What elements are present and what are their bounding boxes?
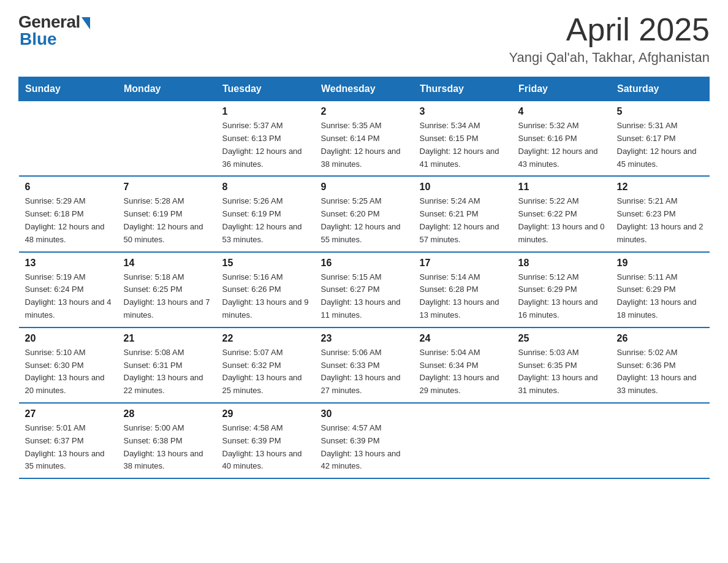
day-number: 30 xyxy=(321,408,408,419)
day-cell: 27Sunrise: 5:01 AMSunset: 6:37 PMDayligh… xyxy=(19,403,118,478)
day-info: Sunrise: 5:34 AMSunset: 6:15 PMDaylight:… xyxy=(420,120,506,170)
day-cell: 12Sunrise: 5:21 AMSunset: 6:23 PMDayligh… xyxy=(611,176,710,251)
day-number: 16 xyxy=(321,258,408,269)
day-info: Sunrise: 5:06 AMSunset: 6:33 PMDaylight:… xyxy=(321,347,408,397)
day-cell: 16Sunrise: 5:15 AMSunset: 6:27 PMDayligh… xyxy=(315,252,414,327)
day-cell: 20Sunrise: 5:10 AMSunset: 6:30 PMDayligh… xyxy=(19,327,118,403)
week-row-2: 6Sunrise: 5:29 AMSunset: 6:18 PMDaylight… xyxy=(19,176,710,251)
day-number: 25 xyxy=(518,333,605,344)
day-cell: 29Sunrise: 4:58 AMSunset: 6:39 PMDayligh… xyxy=(216,403,315,478)
header-cell-wednesday: Wednesday xyxy=(315,77,414,101)
day-info: Sunrise: 5:28 AMSunset: 6:19 PMDaylight:… xyxy=(124,195,210,246)
calendar-header: SundayMondayTuesdayWednesdayThursdayFrid… xyxy=(19,77,710,101)
day-cell xyxy=(611,403,710,478)
title-section: April 2025 Yangi Qal'ah, Takhar, Afghani… xyxy=(509,12,710,66)
day-number: 5 xyxy=(617,106,703,117)
day-number: 18 xyxy=(518,258,605,269)
day-info: Sunrise: 5:22 AMSunset: 6:22 PMDaylight:… xyxy=(518,195,605,246)
page-header: General Blue April 2025 Yangi Qal'ah, Ta… xyxy=(18,12,710,66)
day-number: 17 xyxy=(420,258,506,269)
day-cell: 15Sunrise: 5:16 AMSunset: 6:26 PMDayligh… xyxy=(216,252,315,327)
day-number: 21 xyxy=(124,333,210,344)
day-number: 13 xyxy=(25,258,112,269)
day-cell: 23Sunrise: 5:06 AMSunset: 6:33 PMDayligh… xyxy=(315,327,414,403)
day-cell: 3Sunrise: 5:34 AMSunset: 6:15 PMDaylight… xyxy=(414,101,512,177)
header-cell-thursday: Thursday xyxy=(414,77,512,101)
day-cell: 28Sunrise: 5:00 AMSunset: 6:38 PMDayligh… xyxy=(118,403,216,478)
day-number: 29 xyxy=(222,408,309,419)
day-info: Sunrise: 5:26 AMSunset: 6:19 PMDaylight:… xyxy=(222,195,309,246)
day-cell: 26Sunrise: 5:02 AMSunset: 6:36 PMDayligh… xyxy=(611,327,710,403)
day-cell: 14Sunrise: 5:18 AMSunset: 6:25 PMDayligh… xyxy=(118,252,216,327)
day-cell: 18Sunrise: 5:12 AMSunset: 6:29 PMDayligh… xyxy=(512,252,611,327)
day-info: Sunrise: 5:18 AMSunset: 6:25 PMDaylight:… xyxy=(124,271,210,322)
day-info: Sunrise: 5:15 AMSunset: 6:27 PMDaylight:… xyxy=(321,271,408,322)
day-info: Sunrise: 4:58 AMSunset: 6:39 PMDaylight:… xyxy=(222,422,309,473)
day-number: 7 xyxy=(124,182,210,193)
day-cell: 10Sunrise: 5:24 AMSunset: 6:21 PMDayligh… xyxy=(414,176,512,251)
day-info: Sunrise: 5:32 AMSunset: 6:16 PMDaylight:… xyxy=(518,120,605,170)
week-row-4: 20Sunrise: 5:10 AMSunset: 6:30 PMDayligh… xyxy=(19,327,710,403)
day-info: Sunrise: 5:02 AMSunset: 6:36 PMDaylight:… xyxy=(617,347,703,397)
day-info: Sunrise: 5:12 AMSunset: 6:29 PMDaylight:… xyxy=(518,271,605,322)
day-number: 1 xyxy=(222,106,309,117)
day-cell: 5Sunrise: 5:31 AMSunset: 6:17 PMDaylight… xyxy=(611,101,710,177)
day-cell: 8Sunrise: 5:26 AMSunset: 6:19 PMDaylight… xyxy=(216,176,315,251)
day-cell: 1Sunrise: 5:37 AMSunset: 6:13 PMDaylight… xyxy=(216,101,315,177)
day-cell: 7Sunrise: 5:28 AMSunset: 6:19 PMDaylight… xyxy=(118,176,216,251)
day-number: 19 xyxy=(617,258,703,269)
day-info: Sunrise: 5:24 AMSunset: 6:21 PMDaylight:… xyxy=(420,195,506,246)
calendar-table: SundayMondayTuesdayWednesdayThursdayFrid… xyxy=(18,77,710,479)
day-cell: 21Sunrise: 5:08 AMSunset: 6:31 PMDayligh… xyxy=(118,327,216,403)
day-number: 23 xyxy=(321,333,408,344)
header-cell-saturday: Saturday xyxy=(611,77,710,101)
day-info: Sunrise: 5:25 AMSunset: 6:20 PMDaylight:… xyxy=(321,195,408,246)
day-cell: 13Sunrise: 5:19 AMSunset: 6:24 PMDayligh… xyxy=(19,252,118,327)
month-title: April 2025 xyxy=(509,12,710,47)
day-cell: 22Sunrise: 5:07 AMSunset: 6:32 PMDayligh… xyxy=(216,327,315,403)
day-info: Sunrise: 5:35 AMSunset: 6:14 PMDaylight:… xyxy=(321,120,408,170)
logo-blue-text: Blue xyxy=(18,29,57,49)
day-info: Sunrise: 5:01 AMSunset: 6:37 PMDaylight:… xyxy=(25,422,112,473)
day-cell: 9Sunrise: 5:25 AMSunset: 6:20 PMDaylight… xyxy=(315,176,414,251)
calendar-body: 1Sunrise: 5:37 AMSunset: 6:13 PMDaylight… xyxy=(19,101,710,478)
day-info: Sunrise: 5:11 AMSunset: 6:29 PMDaylight:… xyxy=(617,271,703,322)
header-cell-tuesday: Tuesday xyxy=(216,77,315,101)
header-cell-friday: Friday xyxy=(512,77,611,101)
logo: General Blue xyxy=(18,12,90,49)
logo-triangle-icon xyxy=(82,17,90,29)
day-number: 4 xyxy=(518,106,605,117)
day-number: 22 xyxy=(222,333,309,344)
day-cell xyxy=(118,101,216,177)
day-cell: 25Sunrise: 5:03 AMSunset: 6:35 PMDayligh… xyxy=(512,327,611,403)
day-info: Sunrise: 5:37 AMSunset: 6:13 PMDaylight:… xyxy=(222,120,309,170)
day-info: Sunrise: 5:07 AMSunset: 6:32 PMDaylight:… xyxy=(222,347,309,397)
day-cell: 19Sunrise: 5:11 AMSunset: 6:29 PMDayligh… xyxy=(611,252,710,327)
day-number: 15 xyxy=(222,258,309,269)
day-cell xyxy=(19,101,118,177)
day-cell xyxy=(512,403,611,478)
day-number: 10 xyxy=(420,182,506,193)
day-number: 11 xyxy=(518,182,605,193)
header-row: SundayMondayTuesdayWednesdayThursdayFrid… xyxy=(19,77,710,101)
day-cell: 24Sunrise: 5:04 AMSunset: 6:34 PMDayligh… xyxy=(414,327,512,403)
day-cell: 30Sunrise: 4:57 AMSunset: 6:39 PMDayligh… xyxy=(315,403,414,478)
day-number: 20 xyxy=(25,333,112,344)
day-info: Sunrise: 5:04 AMSunset: 6:34 PMDaylight:… xyxy=(420,347,506,397)
day-number: 24 xyxy=(420,333,506,344)
day-cell xyxy=(414,403,512,478)
day-number: 28 xyxy=(124,408,210,419)
day-info: Sunrise: 5:21 AMSunset: 6:23 PMDaylight:… xyxy=(617,195,703,246)
day-cell: 2Sunrise: 5:35 AMSunset: 6:14 PMDaylight… xyxy=(315,101,414,177)
week-row-5: 27Sunrise: 5:01 AMSunset: 6:37 PMDayligh… xyxy=(19,403,710,478)
week-row-3: 13Sunrise: 5:19 AMSunset: 6:24 PMDayligh… xyxy=(19,252,710,327)
day-number: 26 xyxy=(617,333,703,344)
day-number: 27 xyxy=(25,408,112,419)
day-info: Sunrise: 5:14 AMSunset: 6:28 PMDaylight:… xyxy=(420,271,506,322)
day-number: 8 xyxy=(222,182,309,193)
day-number: 12 xyxy=(617,182,703,193)
day-number: 9 xyxy=(321,182,408,193)
day-info: Sunrise: 5:16 AMSunset: 6:26 PMDaylight:… xyxy=(222,271,309,322)
day-info: Sunrise: 5:31 AMSunset: 6:17 PMDaylight:… xyxy=(617,120,703,170)
week-row-1: 1Sunrise: 5:37 AMSunset: 6:13 PMDaylight… xyxy=(19,101,710,177)
